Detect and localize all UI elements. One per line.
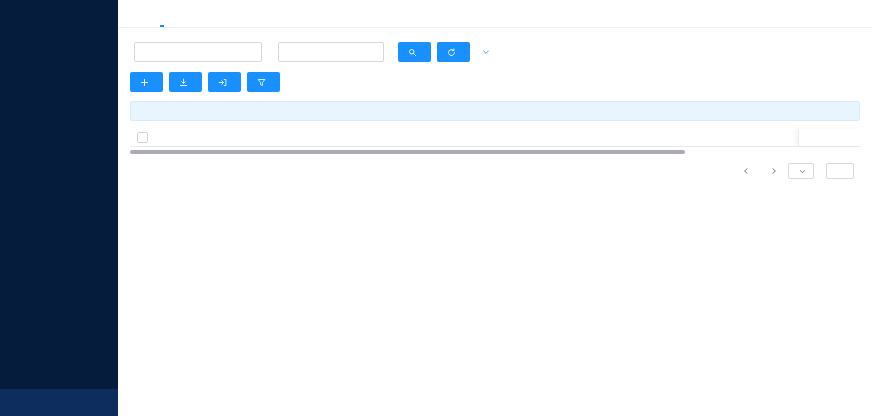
filter-form bbox=[130, 42, 860, 62]
credit-code-input[interactable] bbox=[278, 42, 384, 62]
chevron-down-icon bbox=[797, 166, 808, 177]
sidebar-item-data-report[interactable] bbox=[0, 389, 118, 416]
app-window bbox=[0, 0, 872, 416]
import-button[interactable] bbox=[208, 72, 241, 92]
add-button[interactable] bbox=[130, 72, 163, 92]
search-button[interactable] bbox=[398, 42, 431, 62]
reset-button[interactable] bbox=[437, 42, 470, 62]
search-icon bbox=[407, 47, 418, 58]
download-icon bbox=[178, 77, 189, 88]
advanced-search-button[interactable] bbox=[247, 72, 280, 92]
page-size-select[interactable] bbox=[788, 163, 814, 179]
main-panel bbox=[118, 0, 872, 416]
plus-icon bbox=[139, 77, 150, 88]
select-all-checkbox[interactable] bbox=[137, 132, 148, 143]
table-toolbar bbox=[130, 72, 860, 92]
data-table bbox=[130, 129, 860, 147]
horizontal-scrollbar[interactable] bbox=[130, 150, 685, 154]
refresh-icon bbox=[446, 47, 457, 58]
tab-home[interactable] bbox=[130, 0, 134, 27]
content-area bbox=[118, 28, 872, 179]
selection-bar bbox=[130, 101, 860, 121]
filter-funnel-icon bbox=[256, 77, 267, 88]
tab-bar bbox=[118, 0, 872, 28]
table-header-row bbox=[130, 129, 860, 147]
next-page-button[interactable] bbox=[766, 163, 782, 179]
jump-page-input[interactable] bbox=[826, 163, 854, 179]
col-ops bbox=[798, 129, 860, 146]
prev-page-button[interactable] bbox=[738, 163, 754, 179]
pagination bbox=[130, 163, 860, 179]
expand-toggle[interactable] bbox=[478, 47, 491, 58]
chevron-down-icon bbox=[480, 47, 491, 58]
sidebar bbox=[0, 0, 118, 416]
sidebar-submenu bbox=[0, 0, 118, 389]
company-name-input[interactable] bbox=[134, 42, 262, 62]
export-button[interactable] bbox=[169, 72, 202, 92]
tab-heating-company[interactable] bbox=[160, 0, 164, 27]
import-icon bbox=[217, 77, 228, 88]
